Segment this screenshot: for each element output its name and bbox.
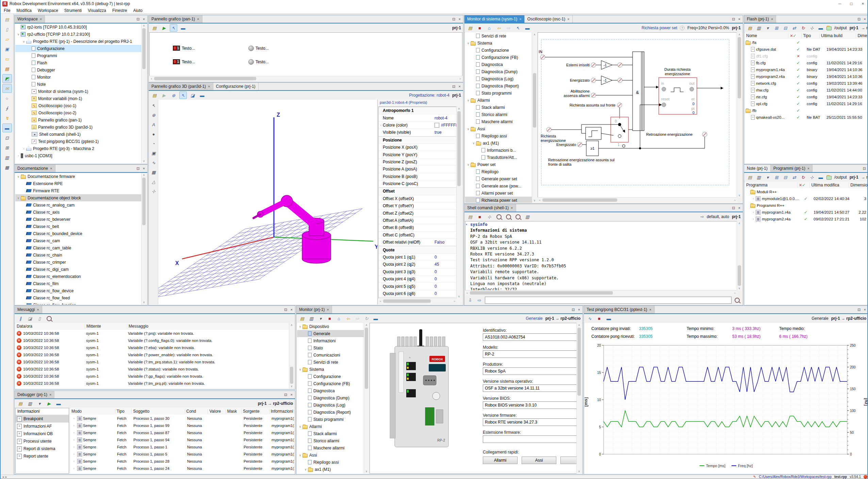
column-header[interactable]: Dime bbox=[856, 33, 868, 38]
toolbar-icon[interactable]: ▥ bbox=[2, 153, 12, 162]
expander-icon[interactable]: ∨ bbox=[298, 453, 302, 457]
toolbar-button[interactable]: ⊹ bbox=[808, 24, 816, 32]
vertical-scrollbar[interactable] bbox=[141, 23, 147, 163]
tree-item[interactable]: ∨ Power set bbox=[465, 161, 532, 168]
column-header[interactable]: Informazioni bbox=[269, 409, 294, 414]
allarmi-button[interactable]: Allarmi bbox=[483, 457, 518, 464]
robot-model[interactable] bbox=[253, 195, 331, 263]
tab-oscilloscopio[interactable]: Oscilloscopio (osc-1)× bbox=[525, 15, 573, 23]
tree-item[interactable]: Classe rc_bounded_device bbox=[15, 230, 142, 237]
toolbar-button[interactable]: ⊞ bbox=[773, 24, 780, 32]
float-icon[interactable]: ⊡ bbox=[136, 166, 140, 171]
column-header[interactable]: Messaggio bbox=[127, 324, 289, 329]
tree-item[interactable]: Generale asse (pow... bbox=[465, 182, 532, 189]
program-row[interactable]: › mymodule1@1.0.0.... 02/02/2022 14:40:3… bbox=[745, 195, 868, 202]
toolbar-button[interactable]: ▬ bbox=[817, 24, 824, 32]
property-row[interactable]: Offset B (offsetB) bbox=[379, 224, 456, 231]
tree-item[interactable]: Stack allarmi bbox=[465, 104, 532, 111]
color-swatch[interactable] bbox=[435, 123, 439, 128]
expander-icon[interactable]: ∨ bbox=[466, 99, 471, 102]
help-icon[interactable]: ? bbox=[680, 26, 685, 30]
toolbar-button[interactable]: ↻ bbox=[363, 315, 370, 322]
message-row[interactable]: 10/03/2022 10:36:58 sysm-1 Variabile (?.… bbox=[15, 373, 289, 380]
toolbar-button[interactable]: ◪ bbox=[189, 92, 196, 99]
toolbar-button[interactable]: ⇦ bbox=[344, 315, 352, 322]
tree-item[interactable]: Diagnostica bbox=[465, 61, 532, 68]
property-row[interactable]: Posizione Y (posY) bbox=[379, 151, 456, 158]
horizontal-scrollbar[interactable] bbox=[465, 290, 737, 296]
expander-icon[interactable]: ∨ bbox=[21, 40, 26, 43]
column-header[interactable]: Programma bbox=[745, 183, 798, 187]
tab-messaggi[interactable]: Messaggi× bbox=[15, 306, 42, 313]
toolbar-button[interactable]: ▬ bbox=[55, 400, 62, 407]
tree-item[interactable]: Classe rc_film bbox=[15, 280, 142, 287]
page-link[interactable]: Richiesta power set bbox=[642, 26, 677, 30]
toolbar-button[interactable]: ▤ bbox=[466, 24, 474, 32]
tab-debugger[interactable]: Debugger (prj-1)× bbox=[15, 391, 54, 398]
vertical-scrollbar[interactable] bbox=[141, 173, 147, 304]
search-command-icon[interactable] bbox=[733, 297, 741, 304]
toolbar-button[interactable]: ▥ bbox=[308, 315, 315, 322]
toolbar-button[interactable]: ▶ bbox=[160, 92, 168, 99]
float-icon[interactable]: ⊡ bbox=[452, 84, 455, 89]
tree-item[interactable]: Informazioni bbox=[297, 337, 364, 344]
property-row[interactable]: Posizione C (posC) bbox=[379, 180, 456, 187]
close-icon[interactable]: × bbox=[519, 17, 521, 21]
toolbar-icon[interactable]: ▣ bbox=[2, 45, 12, 53]
flash-row[interactable]: fb.cfg config 11/02/2021 14:29:16 bbox=[745, 60, 868, 66]
toolbar-button[interactable]: ▶ bbox=[45, 400, 53, 407]
close-icon[interactable]: × bbox=[197, 17, 199, 21]
tree-item[interactable]: Comunicazioni bbox=[297, 351, 364, 359]
toolbar-icon[interactable]: ↯ bbox=[2, 114, 12, 122]
flash-row[interactable]: xpl.cfg config 11/02/2021 14:29:16 bbox=[745, 100, 868, 107]
tab-monitor[interactable]: Monitor (prj-1)× bbox=[296, 306, 332, 313]
tree-item[interactable]: Stack allarmi bbox=[297, 430, 364, 437]
tab-programmi[interactable]: Programmi (prj-1)× bbox=[771, 165, 813, 172]
toolbar-button[interactable]: ▥ bbox=[755, 174, 763, 181]
toolbar-icon[interactable]: ⊡ bbox=[2, 133, 12, 142]
toolbar-button[interactable] bbox=[514, 213, 522, 220]
float-icon[interactable]: ⊡ bbox=[863, 166, 866, 171]
close-icon[interactable]: × bbox=[208, 84, 210, 88]
toolbar-button[interactable]: ■ bbox=[476, 24, 484, 32]
flash-row[interactable]: qmakeall-vs20... file BAT 25/11/2021 15:… bbox=[745, 114, 868, 121]
flash-row[interactable]: network.cfg config 19/02/2021 13:39:46 bbox=[745, 80, 868, 87]
property-row[interactable]: Offset C (offsetC) bbox=[379, 232, 456, 239]
column-header[interactable]: Valore bbox=[208, 409, 226, 414]
side-tool-icon[interactable]: ∿ bbox=[150, 159, 158, 166]
panel-widget-led[interactable]: Testo... bbox=[173, 59, 195, 64]
tree-item[interactable]: Classe rc_flow_device bbox=[15, 287, 142, 294]
tree-item[interactable]: ∨ Allarmi bbox=[465, 97, 532, 104]
tree-item[interactable]: Diagnostica (Log) bbox=[465, 75, 532, 82]
close-icon[interactable]: × bbox=[327, 308, 329, 312]
tree-item[interactable]: Diagnostica (Report) bbox=[465, 82, 532, 89]
expander-icon[interactable]: ∨ bbox=[298, 325, 302, 328]
tree-item[interactable]: Configurazione (FB) bbox=[465, 54, 532, 61]
column-header[interactable]: Sorgente bbox=[242, 409, 269, 414]
tab-note[interactable]: Note (prj-1) bbox=[744, 165, 771, 172]
toolbar-button[interactable]: ↻ bbox=[799, 24, 807, 32]
message-row[interactable]: 10/03/2022 10:36:58 sysm-1 Variabile (?.… bbox=[15, 330, 289, 337]
float-icon[interactable]: ⊡ bbox=[732, 17, 735, 21]
tree-item[interactable]: Classe rc_cam bbox=[15, 237, 142, 244]
message-row[interactable]: 10/03/2022 10:36:58 sysm-1 Variabile (?.… bbox=[15, 380, 289, 387]
close-icon[interactable]: × bbox=[143, 166, 145, 170]
flash-row[interactable]: cfgsave.dat file DAT 19/04/2021 14:23:33 bbox=[745, 46, 868, 53]
column-header[interactable]: Ultima build bbox=[820, 33, 856, 38]
close-icon[interactable]: × bbox=[291, 308, 293, 312]
tree-item[interactable]: Classe rc_elementlocation bbox=[15, 273, 142, 280]
tree-item[interactable]: Storico allarmi bbox=[465, 111, 532, 118]
toolbar-button[interactable]: ▥ bbox=[26, 400, 34, 407]
float-icon[interactable]: ⊡ bbox=[857, 17, 861, 21]
property-row[interactable]: Quota joint 2 (qj2) 45 bbox=[379, 261, 456, 268]
toolbar-button[interactable]: ▬ bbox=[372, 315, 379, 322]
toolbar-button[interactable] bbox=[505, 213, 512, 220]
tab-flash[interactable]: Flash (prj-1)× bbox=[744, 15, 776, 23]
tree-item[interactable]: Classe rc_chain bbox=[15, 251, 142, 259]
column-header[interactable]: Mask bbox=[226, 409, 242, 414]
float-icon[interactable]: ⊡ bbox=[857, 308, 861, 312]
panel-widget-lamp[interactable]: Testo... bbox=[248, 59, 269, 65]
property-row[interactable]: Quota joint 1 (qj1) 0 bbox=[379, 254, 456, 261]
viewport-3d[interactable]: X Y Z bbox=[158, 100, 378, 304]
toolbar-button[interactable]: ⊕ bbox=[170, 92, 177, 99]
